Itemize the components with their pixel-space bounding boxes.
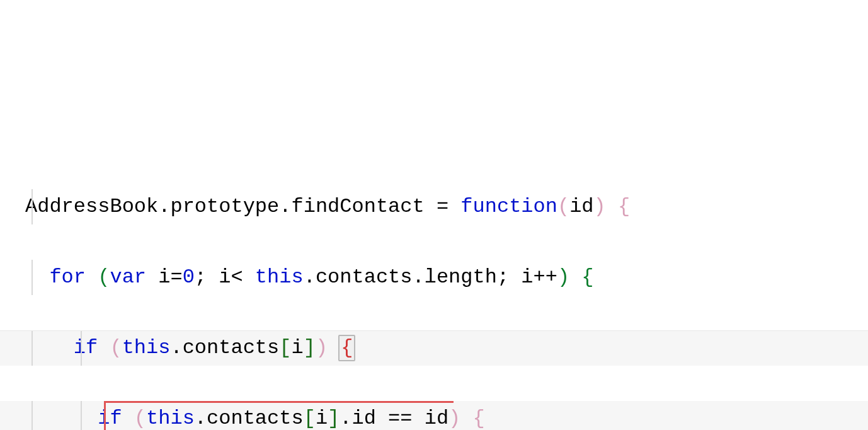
identifier: id	[351, 407, 375, 430]
code-line: if (this.contacts[i].id == id) {	[25, 401, 855, 430]
keyword-for: for	[49, 265, 86, 289]
semicolon: ;	[195, 265, 207, 289]
space	[460, 407, 472, 430]
identifier: contacts	[316, 265, 413, 289]
paren: )	[557, 265, 569, 289]
dot: .	[340, 407, 351, 430]
space	[509, 265, 521, 289]
identifier: i	[291, 336, 303, 359]
space	[86, 265, 98, 289]
dot: .	[195, 407, 207, 430]
identifier: i	[316, 407, 328, 430]
brace: {	[581, 265, 593, 289]
code-editor[interactable]: AddressBook.prototype.findContact = func…	[25, 154, 855, 430]
identifier: contacts	[183, 336, 280, 359]
space	[146, 265, 158, 289]
identifier: contacts	[207, 407, 304, 430]
bracket: ]	[328, 407, 340, 430]
code-line: AddressBook.prototype.findContact = func…	[25, 189, 855, 224]
keyword-if: if	[98, 407, 122, 430]
identifier: prototype	[170, 195, 279, 218]
space	[122, 407, 134, 430]
code-line-current: if (this.contacts[i]) {	[25, 330, 855, 366]
operator: =	[170, 265, 182, 289]
space	[569, 265, 581, 289]
code-line: for (var i=0; i< this.contacts.length; i…	[25, 260, 855, 295]
keyword-this: this	[255, 265, 304, 289]
keyword-if: if	[74, 336, 98, 359]
indent	[25, 407, 98, 430]
brace: {	[473, 407, 485, 430]
number: 0	[183, 265, 195, 289]
bracket: [	[304, 407, 316, 430]
dot: .	[304, 265, 316, 289]
keyword-var: var	[110, 265, 146, 289]
indent	[25, 265, 49, 289]
dot: .	[170, 336, 182, 359]
matched-brace-open: {	[338, 335, 355, 361]
identifier: i	[521, 265, 533, 289]
param: id	[569, 195, 593, 218]
keyword-this: this	[146, 407, 195, 430]
semicolon: ;	[497, 265, 509, 289]
space	[207, 265, 219, 289]
paren: (	[110, 336, 122, 359]
space	[606, 195, 618, 218]
dot: .	[158, 195, 170, 218]
brace: {	[341, 336, 353, 359]
paren: )	[594, 195, 606, 218]
brace: {	[618, 195, 630, 218]
identifier: i	[219, 265, 231, 289]
dot: .	[413, 265, 425, 289]
dot: .	[279, 195, 291, 218]
operator: ++	[534, 265, 557, 289]
identifier: length	[425, 265, 497, 289]
keyword-function: function	[460, 195, 557, 218]
keyword-this: this	[122, 336, 171, 359]
space	[98, 336, 110, 359]
bracket: ]	[304, 336, 316, 359]
operator: <	[231, 265, 254, 289]
identifier: findContact	[291, 195, 424, 218]
operator: ==	[376, 407, 425, 430]
paren: )	[448, 407, 460, 430]
operator: =	[425, 195, 461, 218]
identifier: AddressBook	[25, 195, 158, 218]
paren: (	[134, 407, 146, 430]
identifier: i	[158, 265, 170, 289]
paren: (	[98, 265, 110, 289]
identifier: id	[425, 407, 448, 430]
paren: (	[557, 195, 569, 218]
bracket: [	[279, 336, 291, 359]
paren: )	[316, 336, 328, 359]
